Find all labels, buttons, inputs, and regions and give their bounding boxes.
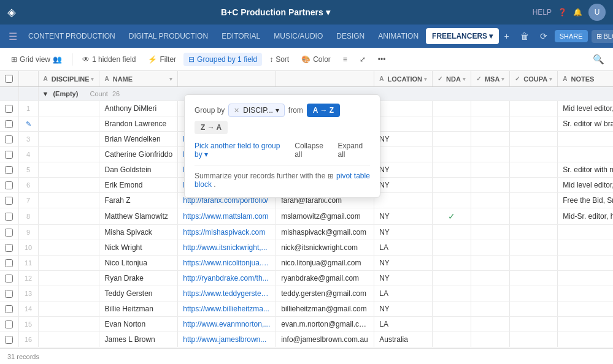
row-location[interactable]: [374, 116, 433, 132]
row-coupa[interactable]: [510, 208, 558, 225]
pick-another-link[interactable]: Pick another field to group by ▾: [195, 142, 290, 159]
row-name[interactable]: Farah Z: [99, 193, 178, 208]
row-nda[interactable]: [433, 286, 471, 301]
row-location[interactable]: NY: [374, 271, 433, 286]
row-nda[interactable]: [433, 301, 471, 317]
row-name[interactable]: Matthew Slamowitz: [99, 208, 178, 225]
row-email[interactable]: nico.litonjua@gmail.com: [276, 256, 374, 271]
row-name[interactable]: Catherine Gionfriddo: [99, 147, 178, 162]
row-height-button[interactable]: ≡: [338, 53, 352, 66]
row-discipline[interactable]: [38, 301, 99, 317]
row-checkbox[interactable]: [5, 135, 13, 143]
row-msa[interactable]: [471, 116, 509, 132]
row-notes[interactable]: [558, 301, 613, 317]
row-checkbox[interactable]: [5, 336, 13, 344]
row-location[interactable]: NY: [374, 178, 433, 193]
row-name[interactable]: Evan Norton: [99, 317, 178, 332]
row-notes[interactable]: [558, 132, 613, 147]
row-nda[interactable]: [433, 317, 471, 332]
sort-button[interactable]: ↕ Sort: [264, 53, 294, 66]
workspace-caret[interactable]: ▾: [326, 7, 330, 17]
row-discipline[interactable]: [38, 101, 99, 116]
row-coupa[interactable]: [510, 240, 558, 256]
sort-az-button[interactable]: A → Z: [307, 104, 340, 117]
row-location[interactable]: NY: [374, 162, 433, 178]
row-checkbox[interactable]: [5, 259, 13, 267]
color-button[interactable]: 🎨 Color: [296, 53, 336, 66]
row-msa[interactable]: [471, 132, 509, 147]
row-coupa[interactable]: [510, 101, 558, 116]
row-nda[interactable]: [433, 193, 471, 208]
row-name[interactable]: Nico Litonjua: [99, 256, 178, 271]
row-email[interactable]: nick@itsnickwright.com: [276, 240, 374, 256]
th-coupa[interactable]: ✓ COUPA ▾: [510, 71, 558, 87]
row-nda[interactable]: [433, 256, 471, 271]
row-name[interactable]: Billie Heitzman: [99, 301, 178, 317]
row-msa[interactable]: [471, 147, 509, 162]
row-edit-icon[interactable]: ✎: [26, 120, 31, 127]
th-link[interactable]: [178, 71, 276, 87]
row-msa[interactable]: [471, 225, 509, 240]
row-email[interactable]: mslamowitz@gmail.com: [276, 208, 374, 225]
row-coupa[interactable]: [510, 162, 558, 178]
row-discipline[interactable]: [38, 147, 99, 162]
row-checkbox[interactable]: [5, 244, 13, 252]
row-name[interactable]: James L Brown: [99, 332, 178, 347]
row-msa[interactable]: [471, 271, 509, 286]
row-notes[interactable]: Mid-Sr. editor, has w: [558, 208, 613, 225]
filter-button[interactable]: ⚡ Filter: [143, 53, 181, 66]
row-nda[interactable]: [433, 116, 471, 132]
app-logo[interactable]: ◈: [7, 6, 16, 19]
sidebar-item-digital-production[interactable]: DIGITAL PRODUCTION: [123, 28, 214, 44]
group-button[interactable]: ⊟ Grouped by 1 field: [183, 53, 262, 66]
row-discipline[interactable]: [38, 193, 99, 208]
sidebar-item-music-audio[interactable]: MUSIC/AUDIO: [268, 28, 329, 44]
row-link[interactable]: https://www.mattslam.com: [178, 208, 276, 225]
sidebar-item-editorial[interactable]: EDITORIAL: [215, 28, 266, 44]
row-email[interactable]: info@jameslbrown.com.au: [276, 332, 374, 347]
row-location[interactable]: NY: [374, 256, 433, 271]
row-checkbox[interactable]: [5, 305, 13, 313]
row-coupa[interactable]: [510, 271, 558, 286]
th-notes[interactable]: A NOTES ▾: [558, 71, 613, 87]
row-msa[interactable]: [471, 286, 509, 301]
row-notes[interactable]: [558, 332, 613, 347]
sidebar-item-freelancers[interactable]: FREELANCERS ▾: [426, 28, 499, 44]
row-discipline[interactable]: [38, 116, 99, 132]
search-button[interactable]: 🔍: [590, 51, 607, 67]
hamburger-menu[interactable]: ☰: [5, 27, 21, 46]
row-notes[interactable]: Mid level editor, basi: [558, 178, 613, 193]
row-discipline[interactable]: [38, 271, 99, 286]
row-name[interactable]: Brian Wendelken: [99, 132, 178, 147]
row-location[interactable]: LA: [374, 240, 433, 256]
row-notes[interactable]: Mid level editor, com: [558, 101, 613, 116]
row-coupa[interactable]: [510, 317, 558, 332]
row-name[interactable]: Brandon Lawrence: [99, 116, 178, 132]
th-location[interactable]: A LOCATION ▾: [374, 71, 433, 87]
row-location[interactable]: Australia: [374, 332, 433, 347]
row-location[interactable]: [374, 193, 433, 208]
row-name[interactable]: Dan Goldstein: [99, 162, 178, 178]
row-checkbox[interactable]: [5, 275, 13, 282]
row-name[interactable]: Erik Emond: [99, 178, 178, 193]
collapse-all-button[interactable]: Collapse all: [295, 142, 330, 159]
row-msa[interactable]: [471, 332, 509, 347]
sidebar-item-animation[interactable]: ANIMATION: [372, 28, 425, 44]
row-discipline[interactable]: [38, 132, 99, 147]
row-checkbox[interactable]: [5, 151, 13, 159]
row-notes[interactable]: Sr. editor w/ brande: [558, 116, 613, 132]
sort-za-button[interactable]: Z → A: [195, 121, 228, 134]
row-msa[interactable]: [471, 193, 509, 208]
name-col-dropdown[interactable]: ▾: [169, 76, 172, 82]
workspace-name[interactable]: B+C Production Partners: [221, 7, 323, 17]
row-msa[interactable]: [471, 162, 509, 178]
row-name[interactable]: Nick Wright: [99, 240, 178, 256]
sidebar-item-content-production[interactable]: CONTENT PRODUCTION: [22, 28, 121, 44]
row-email[interactable]: mishaspivack@gmail.com: [276, 225, 374, 240]
row-discipline[interactable]: [38, 162, 99, 178]
expand-button[interactable]: ⤢: [355, 53, 371, 66]
row-nda[interactable]: [433, 178, 471, 193]
row-link[interactable]: https://www.teddygersten.com/: [178, 286, 276, 301]
row-checkbox[interactable]: [5, 166, 13, 174]
sidebar-item-design[interactable]: DESIGN: [330, 28, 371, 44]
